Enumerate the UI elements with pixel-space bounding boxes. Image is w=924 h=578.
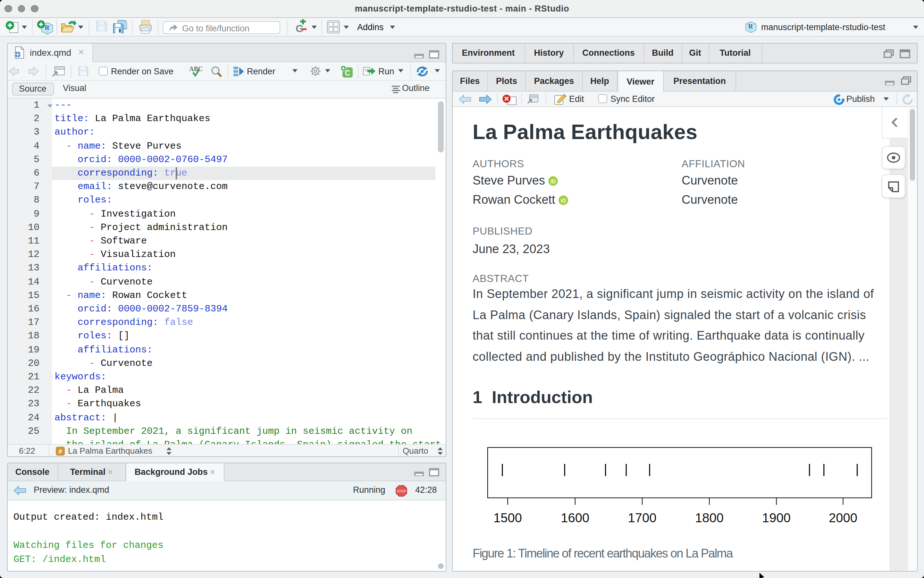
svg-text:R: R: [748, 23, 753, 30]
svg-text:1600: 1600: [561, 511, 589, 525]
svg-text:1900: 1900: [762, 511, 791, 525]
svg-text:1800: 1800: [695, 511, 724, 525]
svg-text:1700: 1700: [628, 511, 657, 525]
svg-text:ABC: ABC: [189, 65, 203, 72]
svg-text:C: C: [345, 68, 350, 77]
svg-text:iD: iD: [561, 198, 566, 203]
svg-text:#: #: [59, 447, 62, 455]
svg-text:1500: 1500: [493, 511, 522, 525]
svg-text:STOP: STOP: [396, 489, 405, 493]
svg-text:R: R: [45, 23, 50, 31]
svg-text:2000: 2000: [829, 511, 857, 525]
svg-text:iD: iD: [551, 179, 556, 184]
